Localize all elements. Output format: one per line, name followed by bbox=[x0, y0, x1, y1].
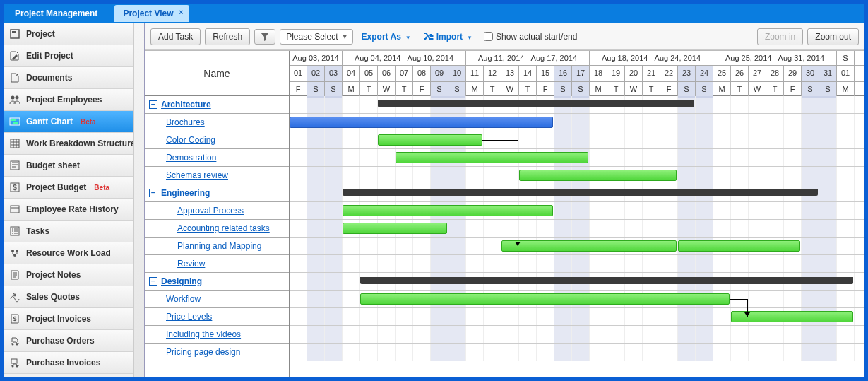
task-row[interactable]: Review bbox=[145, 255, 289, 273]
task-row[interactable]: Price Levels bbox=[145, 308, 289, 326]
sidebar-item-gantt-chart[interactable]: Gantt ChartBeta bbox=[4, 111, 144, 133]
task-row[interactable]: −Architecture bbox=[145, 96, 289, 114]
task-bar[interactable] bbox=[360, 293, 730, 305]
sidebar-item-project-notes[interactable]: Project Notes bbox=[4, 264, 144, 286]
close-icon[interactable]: × bbox=[178, 9, 185, 16]
summary-bar[interactable] bbox=[378, 100, 694, 107]
task-row[interactable]: Color Coding bbox=[145, 131, 289, 149]
task-row[interactable]: Workflow bbox=[145, 291, 289, 308]
dow-header: W bbox=[749, 82, 766, 98]
task-row[interactable]: Accounting related tasks bbox=[145, 220, 289, 238]
show-actual-input[interactable] bbox=[484, 32, 493, 41]
day-header: 07 bbox=[396, 66, 413, 81]
gantt-row bbox=[290, 131, 864, 149]
task-name-link[interactable]: Including the videos bbox=[166, 329, 241, 339]
filter-button[interactable] bbox=[254, 29, 275, 45]
task-name-link[interactable]: Pricing page design bbox=[166, 347, 240, 357]
task-row[interactable]: Approval Process bbox=[145, 202, 289, 220]
task-bar[interactable] bbox=[678, 240, 800, 252]
dow-header: M bbox=[466, 82, 484, 98]
task-row[interactable]: Demostration bbox=[145, 149, 289, 167]
funnel-icon bbox=[261, 33, 269, 41]
view-select[interactable]: Please Select bbox=[280, 29, 352, 45]
sidebar-item-work-breakdown-structure[interactable]: Work Breakdown Structure bbox=[4, 133, 144, 155]
dow-header: T bbox=[396, 82, 413, 98]
sidebar-item-budget-sheet[interactable]: Budget sheet bbox=[4, 155, 144, 177]
sidebar-item-project[interactable]: Project bbox=[4, 23, 144, 45]
task-bar[interactable] bbox=[343, 223, 447, 234]
day-header: 24 bbox=[696, 66, 713, 81]
task-name-link[interactable]: Schemas review bbox=[166, 170, 228, 180]
sidebar-item-purchase-orders[interactable]: Purchase Orders bbox=[4, 330, 144, 352]
collapse-icon[interactable]: − bbox=[149, 100, 157, 109]
task-row[interactable]: Pricing page design bbox=[145, 344, 289, 361]
nav-icon bbox=[9, 357, 20, 368]
nav-label: Edit Project bbox=[26, 51, 73, 61]
task-row[interactable]: Schemas review bbox=[145, 167, 289, 184]
nav-label: Documents bbox=[26, 73, 72, 83]
sidebar-item-tasks[interactable]: Tasks bbox=[4, 221, 144, 242]
sidebar-item-project-employees[interactable]: Project Employees bbox=[4, 89, 144, 111]
zoom-in-button[interactable]: Zoom in bbox=[757, 28, 803, 45]
svg-point-18 bbox=[12, 344, 14, 346]
sidebar-item-resource-work-load[interactable]: Resource Work Load bbox=[4, 242, 144, 264]
zoom-out-button[interactable]: Zoom out bbox=[807, 28, 859, 45]
show-actual-checkbox[interactable]: Show actual start/end bbox=[484, 32, 577, 42]
task-name-link[interactable]: Architecture bbox=[161, 100, 211, 110]
nav-icon: $ bbox=[9, 313, 20, 324]
task-name-link[interactable]: Engineering bbox=[161, 188, 210, 198]
task-row[interactable]: Planning and Mapping bbox=[145, 238, 289, 255]
sidebar-item-project-budget[interactable]: $Project BudgetBeta bbox=[4, 177, 144, 199]
dow-header: T bbox=[360, 82, 378, 98]
collapse-icon[interactable]: − bbox=[149, 277, 157, 286]
tab-project-management[interactable]: Project Management bbox=[6, 5, 113, 22]
day-header: 20 bbox=[625, 66, 643, 81]
summary-bar[interactable] bbox=[360, 277, 853, 284]
task-bar[interactable] bbox=[396, 152, 588, 163]
task-name-link[interactable]: Designing bbox=[161, 276, 202, 286]
import-button[interactable]: Import bbox=[420, 29, 477, 45]
task-bar[interactable] bbox=[290, 117, 553, 128]
task-name-link[interactable]: Approval Process bbox=[177, 206, 244, 216]
export-as-button[interactable]: Export As bbox=[357, 29, 415, 45]
task-name-link[interactable]: Accounting related tasks bbox=[177, 223, 270, 233]
task-bar[interactable] bbox=[519, 170, 677, 181]
task-name-link[interactable]: Demostration bbox=[166, 153, 216, 163]
day-header: 13 bbox=[501, 66, 519, 81]
task-bar[interactable] bbox=[378, 134, 482, 146]
sidebar-item-project-invoices[interactable]: $Project Invoices bbox=[4, 308, 144, 330]
collapse-icon[interactable]: − bbox=[149, 189, 157, 197]
dow-header: F bbox=[784, 82, 802, 98]
add-task-button[interactable]: Add Task bbox=[150, 28, 201, 45]
beta-badge: Beta bbox=[81, 118, 96, 126]
task-bar[interactable] bbox=[343, 205, 553, 216]
svg-point-20 bbox=[12, 365, 14, 368]
task-name-link[interactable]: Planning and Mapping bbox=[177, 241, 261, 251]
day-header: 27 bbox=[749, 66, 766, 81]
sidebar-item-purchase-invoices[interactable]: Purchase Invoices bbox=[4, 352, 144, 374]
gantt-body bbox=[290, 96, 864, 361]
gantt-row bbox=[290, 184, 864, 202]
task-name-link[interactable]: Color Coding bbox=[166, 135, 215, 145]
sidebar-item-sales-quotes[interactable]: $Sales Quotes bbox=[4, 286, 144, 308]
tab-project-view[interactable]: Project View × bbox=[114, 5, 189, 22]
task-row[interactable]: −Designing bbox=[145, 273, 289, 291]
summary-bar[interactable] bbox=[343, 189, 818, 196]
task-row[interactable]: Brochures bbox=[145, 114, 289, 131]
gantt-row bbox=[290, 238, 864, 255]
sidebar-item-edit-project[interactable]: Edit Project bbox=[4, 45, 144, 67]
task-name-link[interactable]: Review bbox=[177, 259, 205, 269]
gantt-row bbox=[290, 149, 864, 167]
task-name-link[interactable]: Brochures bbox=[166, 117, 205, 127]
task-bar[interactable] bbox=[501, 240, 677, 252]
refresh-button[interactable]: Refresh bbox=[205, 28, 250, 45]
sidebar-item-documents[interactable]: Documents bbox=[4, 67, 144, 89]
task-row[interactable]: −Engineering bbox=[145, 184, 289, 202]
task-name-link[interactable]: Price Levels bbox=[166, 312, 212, 322]
gantt-timeline[interactable]: Aug 03, 2014Aug 04, 2014 - Aug 10, 2014A… bbox=[290, 51, 864, 377]
task-name-link[interactable]: Workflow bbox=[166, 294, 201, 304]
task-row[interactable]: Including the videos bbox=[145, 326, 289, 344]
dow-header: T bbox=[484, 82, 501, 98]
dow-header: W bbox=[378, 82, 396, 98]
sidebar-item-employee-rate-history[interactable]: Employee Rate History bbox=[4, 199, 144, 221]
